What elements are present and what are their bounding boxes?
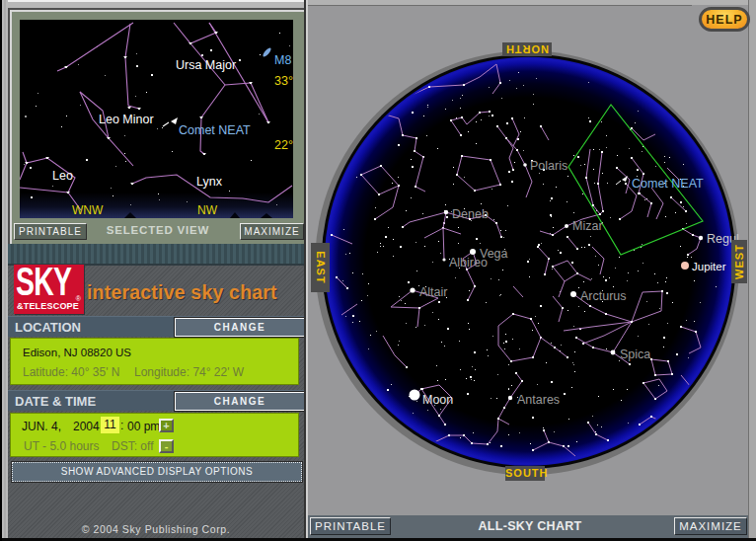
svg-text:Leo: Leo	[52, 169, 73, 183]
svg-text:NW: NW	[197, 203, 218, 217]
svg-text:33°: 33°	[274, 74, 293, 88]
svg-text:Lynx: Lynx	[196, 175, 223, 189]
svg-text:Polaris: Polaris	[530, 159, 567, 173]
svg-text:Comet NEAT: Comet NEAT	[632, 177, 704, 191]
svg-text:Ursa Major: Ursa Major	[176, 58, 236, 72]
svg-text:WNW: WNW	[72, 203, 104, 217]
svg-text:Jupiter: Jupiter	[692, 261, 726, 272]
svg-text:Comet NEAT: Comet NEAT	[179, 123, 251, 137]
svg-text:Albireo: Albireo	[449, 256, 488, 270]
svg-text:Mizar: Mizar	[572, 219, 603, 233]
svg-text:22°: 22°	[274, 138, 293, 152]
svg-text:Leo Minor: Leo Minor	[99, 113, 154, 126]
svg-text:Arcturus: Arcturus	[580, 289, 627, 303]
svg-text:Altair: Altair	[419, 285, 447, 299]
svg-text:Spica: Spica	[620, 348, 650, 361]
svg-text:M8: M8	[274, 53, 291, 67]
svg-text:Deneb: Deneb	[452, 207, 489, 221]
svg-text:Antares: Antares	[517, 393, 560, 407]
svg-text:Moon: Moon	[422, 393, 453, 407]
